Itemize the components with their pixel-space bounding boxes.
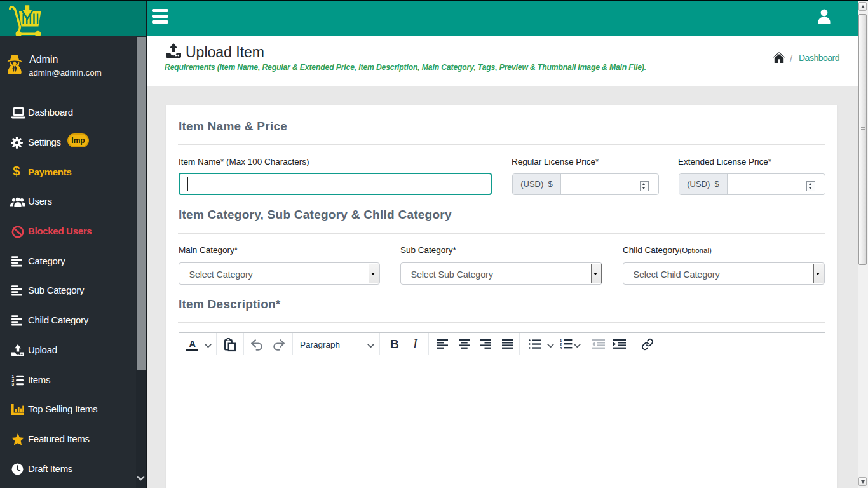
svg-text:3: 3 [11, 382, 14, 386]
svg-text:3: 3 [560, 346, 562, 349]
